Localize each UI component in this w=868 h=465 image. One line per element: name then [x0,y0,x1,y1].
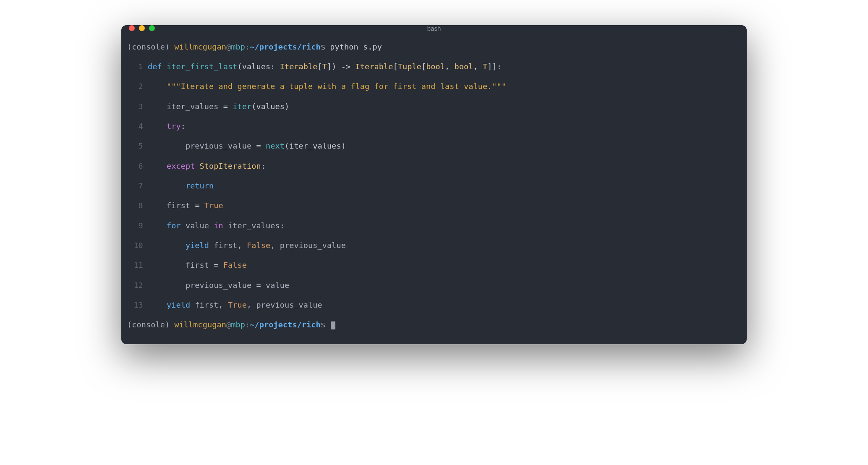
bracket: [ [393,62,397,71]
equals: = [223,102,233,111]
venv-name: (console) [127,42,170,51]
line-number: 8 [127,201,143,211]
indent [148,82,167,91]
constant: True [204,201,223,210]
identifier: value [186,221,214,230]
bracket: ]]: [487,62,502,71]
line-number: 9 [127,221,143,231]
terminal-window: bash (console) willmcgugan@mbp:~/project… [121,25,747,344]
bracket: [ [421,62,426,71]
type: bool [426,62,445,71]
terminal-body[interactable]: (console) willmcgugan@mbp:~/projects/ric… [121,31,747,344]
minimize-icon[interactable] [139,25,145,31]
titlebar: bash [121,25,747,31]
indent [148,162,167,170]
identifier: first, [195,300,228,309]
indent [148,181,186,190]
line-number: 13 [127,300,143,310]
keyword-yield: yield [186,241,214,250]
keyword-for: for [167,221,186,230]
constant: False [247,241,270,250]
type: Tuple [398,62,421,71]
line-number: 2 [127,81,143,91]
constant: True [228,300,247,309]
identifier: , previous_value [270,241,346,250]
comma: , [473,62,483,71]
exception-type: StopIteration [200,162,261,170]
code-line: 2 """Iterate and generate a tuple with a… [127,81,741,91]
function-name: iter_first_last [167,62,238,71]
params: (values: [238,62,280,71]
zoom-icon[interactable] [149,25,155,31]
colon: : [261,162,266,170]
identifier: previous_value [186,281,256,290]
identifier: previous_value [186,141,256,150]
cursor-icon [331,321,335,329]
identifier: first [186,261,214,269]
comma: , [445,62,454,71]
line-number: 11 [127,260,143,270]
identifier: iter_values [228,221,280,230]
bracket: [ [318,62,322,71]
traffic-lights [129,25,155,31]
line-number: 3 [127,102,143,112]
prompt-line: (console) willmcgugan@mbp:~/projects/ric… [127,42,741,52]
code-line: 4 try: [127,121,741,131]
equals: = [256,141,265,150]
prompt-user: willmcgugan [174,320,226,329]
prompt-path: ~/projects/rich [250,42,321,51]
code-line: 13 yield first, True, previous_value [127,300,741,310]
prompt-path: ~/projects/rich [250,320,321,329]
close-icon[interactable] [129,25,135,31]
line-number: 7 [127,181,143,191]
keyword-try: try [167,122,181,131]
at-icon: @ [226,320,231,329]
paren: (iter_values) [285,141,346,150]
type: Iterable [280,62,318,71]
colon: : [245,320,250,329]
keyword-def: def [148,62,167,71]
code-line: 8 first = True [127,201,741,211]
prompt-line: (console) willmcgugan@mbp:~/projects/ric… [127,320,741,330]
command-input: python s.py [330,42,382,51]
paren: (values) [251,102,289,111]
type: bool [455,62,473,71]
indent [148,300,167,309]
colon: : [280,221,285,230]
indent [148,141,186,150]
indent [148,241,186,250]
indent [148,281,186,290]
at-icon: @ [226,42,231,51]
type: T [483,62,487,71]
keyword-return: return [186,181,214,190]
colon: : [245,42,250,51]
line-number: 4 [127,121,143,131]
identifier: first [167,201,195,210]
indent [148,221,167,230]
keyword-except: except [167,162,200,170]
type: T [322,62,327,71]
code-line: 7 return [127,181,741,191]
code-line: 9 for value in iter_values: [127,221,741,231]
identifier: first, [214,241,247,250]
equals: = [256,281,265,290]
equals: = [214,261,223,269]
prompt-host: mbp [231,320,245,329]
code-line: 5 previous_value = next(iter_values) [127,141,741,151]
identifier: , previous_value [247,300,322,309]
indent [148,122,167,131]
code-line: 1def iter_first_last(values: Iterable[T]… [127,62,741,72]
code-line: 10 yield first, False, previous_value [127,240,741,251]
identifier: value [266,281,289,290]
window-title: bash [121,25,747,32]
code-line: 11 first = False [127,260,741,270]
indent [148,102,167,111]
builtin: next [266,141,285,150]
indent [148,201,167,210]
prompt-user: willmcgugan [174,42,226,51]
prompt-symbol: $ [321,320,325,329]
line-number: 1 [127,62,143,72]
docstring: """Iterate and generate a tuple with a f… [167,82,506,91]
line-number: 5 [127,141,143,151]
indent [148,261,186,269]
